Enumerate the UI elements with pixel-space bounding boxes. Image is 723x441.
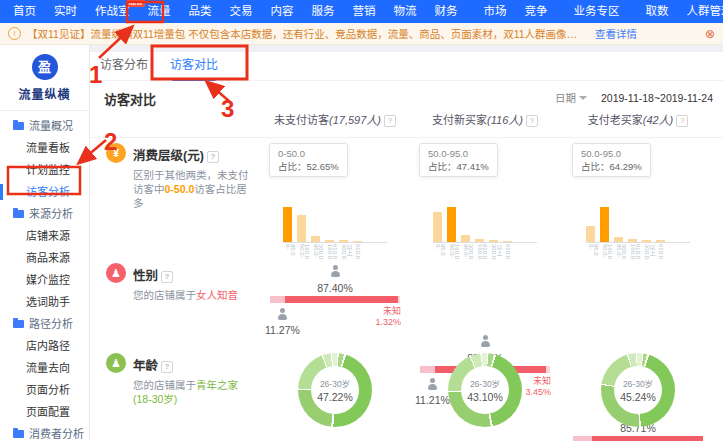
column-label: 支付新买家: [432, 114, 487, 126]
help-icon[interactable]: ?: [384, 115, 396, 127]
notification-details-link[interactable]: 查看详情: [595, 26, 637, 41]
sidebar-item-选词助手[interactable]: 选词助手: [0, 291, 89, 313]
bar-axis-labels: 0-50.050.0-95.095.0-160.0160.0-300.0300.…: [433, 244, 537, 260]
sidebar-item-label: 消费者分析: [29, 423, 84, 441]
female-segment: [285, 296, 399, 303]
consumption-bar: [297, 215, 306, 242]
chevron-down-icon: [579, 96, 587, 100]
sidebar-item-媒介监控[interactable]: 媒介监控: [0, 269, 89, 291]
nav-item-业务专区[interactable]: 业务专区: [565, 0, 629, 23]
sidebar-item-label: 流量看板: [26, 137, 70, 159]
nav-item-label: 服务: [312, 5, 335, 17]
bars: [586, 206, 690, 243]
sidebar-item-页面分析[interactable]: 页面分析: [0, 379, 89, 401]
sidebar-item-label: 选词助手: [26, 291, 70, 313]
sidebar-item-计划监控[interactable]: 计划监控: [0, 159, 89, 181]
sidebar-item-label: 商品来源: [26, 247, 70, 269]
nav-item-label: 流量: [148, 5, 171, 17]
nav-item-label: 竞争: [525, 5, 548, 17]
nav-item-物流[interactable]: 物流: [385, 0, 426, 23]
date-filter[interactable]: 日期 2019-11-18~2019-11-24: [555, 90, 713, 105]
date-range-value: 2019-11-18~2019-11-24: [601, 92, 713, 104]
gender-ratio-bar: [270, 296, 400, 303]
age-donut-chart: 26-30岁 47.22%: [255, 353, 415, 427]
tooltip-range: 50.0-95.0: [428, 147, 489, 160]
consumption-bar: [339, 240, 348, 242]
sidebar-item-流量去向[interactable]: 流量去向: [0, 357, 89, 379]
sidebar-item-label: 计划监控: [26, 159, 70, 181]
female-icon: [480, 335, 491, 347]
age-donut-chart: 26-30岁 43.10%: [405, 353, 565, 427]
bars: [433, 206, 537, 243]
help-icon[interactable]: ?: [161, 271, 173, 283]
age-title: 年龄: [133, 359, 158, 373]
help-icon[interactable]: ?: [161, 361, 173, 373]
male-icon: [277, 308, 288, 320]
nav-item-label: 内容: [271, 5, 294, 17]
nav-item-财务[interactable]: 财务: [426, 0, 467, 23]
donut-ring: 26-30岁 43.10%: [448, 353, 522, 427]
tab-访客对比[interactable]: 访客对比: [170, 52, 218, 81]
sidebar-item-来源分析[interactable]: 来源分析: [0, 203, 89, 225]
yuan-icon: ¥: [106, 143, 126, 163]
nav-item-市场[interactable]: 市场: [475, 0, 516, 23]
help-icon[interactable]: ?: [676, 115, 688, 127]
gender-title: 性别: [133, 269, 158, 283]
app-logo-icon: 盈: [32, 54, 58, 80]
nav-item-label: 品类: [189, 5, 212, 17]
tooltip-share: 占比：47.41%: [428, 160, 489, 173]
page-title: 访客对比: [104, 89, 156, 108]
info-icon: !: [8, 27, 21, 40]
visitor-column-header: 支付新买家(116人)?: [405, 111, 565, 127]
female-icon: [330, 265, 341, 277]
nav-item-首页[interactable]: 首页: [4, 0, 45, 23]
nav-item-流量[interactable]: 流量: [139, 0, 180, 23]
tab-访客分布[interactable]: 访客分布: [100, 52, 148, 81]
donut-center-value: 43.10%: [467, 391, 503, 403]
folder-icon: [13, 320, 24, 328]
sidebar-item-商品来源[interactable]: 商品来源: [0, 247, 89, 269]
close-icon[interactable]: ⊗: [705, 27, 715, 41]
sidebar-item-label: 流量去向: [26, 357, 70, 379]
sidebar-item-访客分析[interactable]: 访客分析: [0, 181, 89, 203]
nav-item-营销[interactable]: 营销: [344, 0, 385, 23]
sidebar-item-label: 页面配置: [26, 401, 70, 423]
help-icon[interactable]: ?: [207, 151, 219, 163]
consumption-desc: 区别于其他两类，未支付访客中0-50.0访客占比居多: [133, 168, 251, 210]
nav-item-竞争[interactable]: 竞争: [516, 0, 557, 23]
sidebar-item-页面配置[interactable]: 页面配置: [0, 401, 89, 423]
consumption-label-block: ¥ 消费层级(元)? 区别于其他两类，未支付访客中0-50.0访客占比居多: [106, 143, 256, 210]
nav-item-内容[interactable]: 内容: [262, 0, 303, 23]
nav-item-人群管理[interactable]: 人群管理 NEW: [678, 0, 723, 23]
sidebar-item-店内路径[interactable]: 店内路径: [0, 335, 89, 357]
sidebar-item-消费者分析[interactable]: 消费者分析: [0, 423, 89, 441]
nav-item-交易[interactable]: 交易: [221, 0, 262, 23]
nav-item-作战室[interactable]: 作战室 NEW: [86, 0, 139, 23]
nav-item-服务[interactable]: 服务: [303, 0, 344, 23]
column-count: (116人): [487, 114, 523, 126]
consumption-bar: [447, 207, 456, 242]
nav-item-实时[interactable]: 实时: [45, 0, 86, 23]
folder-icon: [13, 122, 24, 130]
nav-item-label: 物流: [394, 5, 417, 17]
consumption-title: 消费层级(元): [133, 149, 204, 163]
sidebar-item-label: 店内路径: [26, 335, 70, 357]
nav-item-label: 交易: [230, 5, 253, 17]
visitor-compare-panel: 访客对比 日期 2019-11-18~2019-11-24 未支付访客(17,5…: [90, 81, 723, 441]
nav-item-取数[interactable]: 取数: [637, 0, 678, 23]
help-icon[interactable]: ?: [526, 115, 538, 127]
sidebar-item-流量看板[interactable]: 流量看板: [0, 137, 89, 159]
folder-icon: [13, 210, 24, 218]
sidebar-logo: 盈 流量纵横: [0, 45, 89, 111]
sidebar-item-店铺来源[interactable]: 店铺来源: [0, 225, 89, 247]
nav-item-label: 实时: [54, 5, 77, 17]
nav-item-label: 人群管理: [687, 5, 723, 17]
nav-item-品类[interactable]: 品类: [180, 0, 221, 23]
nav-item-label: 市场: [484, 5, 507, 17]
sidebar-item-流量概况[interactable]: 流量概况: [0, 115, 89, 137]
consumption-bar: [325, 240, 334, 242]
sidebar-item-label: 访客分析: [26, 181, 70, 203]
consumption-bar: [600, 207, 609, 242]
column-headers: 未支付访客(17,597人)? 支付新买家(116人)? 支付老买家(42人)?: [90, 111, 723, 127]
sidebar-item-路径分析[interactable]: 路径分析: [0, 313, 89, 335]
